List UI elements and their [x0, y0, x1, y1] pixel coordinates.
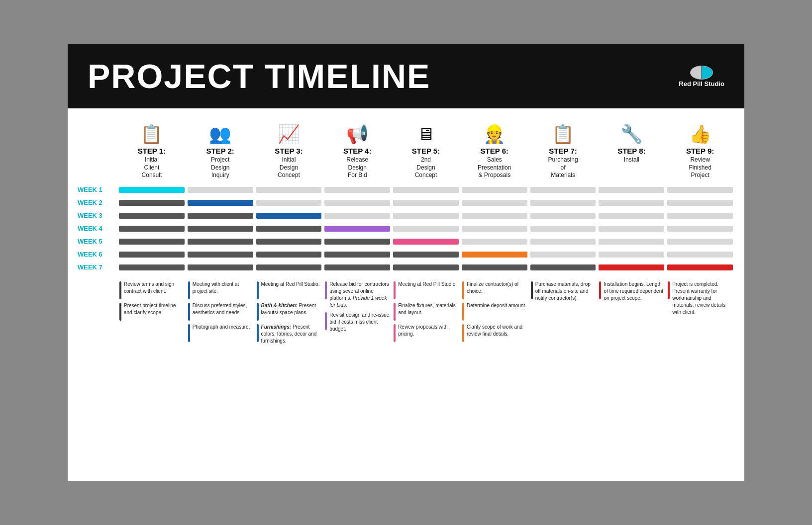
note-item-1-2: Present project timeline and clarify sco… — [119, 302, 184, 321]
note-bar-5-3 — [394, 324, 396, 342]
step-9-icon: 👍 — [668, 123, 732, 145]
week-6-bars — [117, 252, 734, 258]
bar-fill-w4-s7 — [530, 226, 596, 232]
bar-w3-s1 — [117, 213, 186, 219]
bar-w2-s1 — [117, 200, 186, 206]
step-7-icon: 📋 — [531, 123, 596, 145]
bar-fill-w3-s3 — [256, 213, 322, 219]
logo-text: Red Pill Studio — [679, 80, 724, 88]
week-5-bars — [117, 239, 734, 245]
bar-fill-w6-s9 — [667, 252, 733, 258]
step-7: 📋STEP 7:Purchasing of Materials — [529, 123, 598, 179]
note-text-6-1: Finalize contractor(s) of choice. — [467, 281, 527, 295]
step-6-desc: Sales Presentation & Proposals — [462, 156, 527, 179]
bar-w5-s4 — [323, 239, 392, 245]
bar-fill-w3-s8 — [599, 213, 664, 219]
bar-fill-w1-s5 — [393, 187, 459, 193]
bar-fill-w7-s4 — [324, 264, 390, 270]
bar-w6-s6 — [460, 252, 529, 258]
bar-w6-s2 — [186, 252, 255, 258]
note-item-5-2: Finalize fixtures, materials and layout. — [394, 302, 458, 321]
bar-fill-w6-s2 — [188, 252, 253, 258]
bar-fill-w7-s3 — [256, 264, 322, 270]
bar-w6-s3 — [255, 252, 323, 258]
week-2-label: WEEK 2 — [78, 199, 117, 206]
week-1-label: WEEK 1 — [78, 186, 117, 193]
step-9-desc: Review Finished Project — [668, 156, 732, 179]
note-text-4-2: Revisit design and re-issue bid if costs… — [329, 312, 390, 333]
note-item-1-1: Review terms and sign contract with clie… — [119, 281, 184, 299]
week-7-bars — [117, 264, 734, 270]
bar-fill-w1-s3 — [256, 187, 322, 193]
week-6-label: WEEK 6 — [78, 251, 117, 258]
bar-w5-s9 — [666, 239, 734, 245]
step-5: 🖥STEP 5:2nd Design Concept — [392, 123, 460, 179]
step-2-number: STEP 2: — [188, 147, 253, 155]
note-col-4: Release bid for contractors using severa… — [323, 281, 392, 348]
step-7-desc: Purchasing of Materials — [531, 156, 596, 179]
bar-fill-w7-s8 — [599, 264, 664, 270]
note-item-2-1: Meeting with client at project site. — [188, 281, 253, 299]
bar-w7-s9 — [666, 264, 734, 270]
bar-w4-s7 — [529, 226, 598, 232]
bar-w1-s4 — [323, 187, 392, 193]
bar-fill-w1-s6 — [462, 187, 527, 193]
week-3-row: WEEK 3 — [117, 210, 734, 221]
note-text-1-1: Review terms and sign contract with clie… — [124, 281, 184, 295]
note-bar-6-3 — [462, 324, 464, 342]
bar-fill-w5-s3 — [256, 239, 322, 245]
bar-fill-w1-s2 — [188, 187, 253, 193]
note-bar-5-1 — [394, 281, 396, 299]
week-5-row: WEEK 5 — [117, 236, 734, 247]
bar-w7-s1 — [117, 264, 186, 270]
note-col-5: Meeting at Red Pill Studio.Finalize fixt… — [392, 281, 460, 348]
bar-fill-w2-s5 — [393, 200, 459, 206]
logo-icon — [690, 65, 713, 80]
note-text-1-2: Present project timeline and clarify sco… — [124, 302, 184, 316]
bar-w2-s4 — [323, 200, 392, 206]
note-item-8-1: Installation begins. Length of time requ… — [599, 281, 664, 302]
note-bar-4-2 — [325, 312, 327, 330]
step-2-icon: 👥 — [188, 123, 253, 145]
step-6-icon: 👷 — [462, 123, 527, 145]
step-1: 📋STEP 1:Initial Client Consult — [117, 123, 186, 179]
bar-fill-w2-s1 — [119, 200, 185, 206]
bar-fill-w4-s5 — [393, 226, 459, 232]
note-bar-7-1 — [531, 281, 533, 299]
note-bar-2-3 — [188, 324, 190, 342]
bar-w2-s9 — [666, 200, 734, 206]
note-text-5-2: Finalize fixtures, materials and layout. — [398, 302, 458, 316]
step-4-icon: 📢 — [325, 123, 390, 145]
bar-fill-w2-s6 — [462, 200, 527, 206]
bar-w7-s4 — [323, 264, 392, 270]
bar-w4-s5 — [392, 226, 460, 232]
step-4: 📢STEP 4:Release Design For Bid — [323, 123, 392, 179]
week-4-label: WEEK 4 — [78, 225, 117, 232]
note-bar-9-1 — [668, 281, 670, 299]
note-text-9-1: Project is completed. Present warranty f… — [672, 281, 732, 316]
note-bar-5-2 — [394, 303, 396, 321]
bar-fill-w4-s9 — [667, 226, 733, 232]
bar-fill-w1-s9 — [667, 187, 733, 193]
bar-w5-s8 — [597, 239, 666, 245]
bar-fill-w5-s9 — [667, 239, 733, 245]
note-col-6: Finalize contractor(s) of choice.Determi… — [460, 281, 529, 348]
note-bar-1-1 — [119, 281, 121, 299]
step-2-desc: Project Design Inquiry — [188, 156, 253, 179]
week-5-label: WEEK 5 — [78, 238, 117, 245]
bar-w4-s3 — [255, 226, 323, 232]
bar-fill-w5-s7 — [530, 239, 596, 245]
bar-w6-s1 — [117, 252, 186, 258]
bar-fill-w5-s4 — [324, 239, 390, 245]
bar-w7-s8 — [597, 264, 666, 270]
header: PROJECT TIMELINE Red Pill Studio — [68, 44, 744, 108]
bar-fill-w5-s1 — [119, 239, 185, 245]
note-text-4-1: Release bid for contractors using severa… — [329, 281, 390, 309]
step-8-number: STEP 8: — [599, 147, 664, 155]
bar-w5-s7 — [529, 239, 598, 245]
bar-w6-s8 — [597, 252, 666, 258]
bar-w6-s7 — [529, 252, 598, 258]
bar-fill-w5-s5 — [393, 239, 459, 245]
bar-fill-w4-s2 — [188, 226, 253, 232]
bar-w2-s3 — [255, 200, 323, 206]
